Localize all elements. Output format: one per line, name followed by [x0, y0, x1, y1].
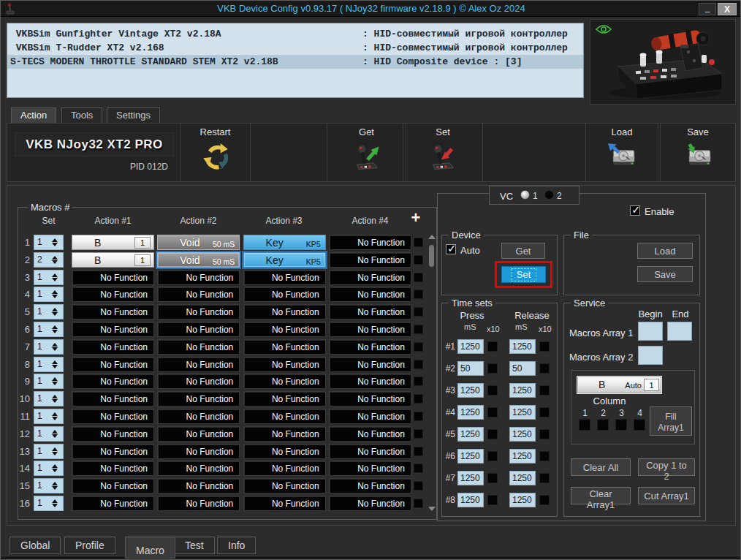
- action-button[interactable]: No Function: [72, 287, 154, 302]
- spinner-down-icon[interactable]: [52, 469, 58, 472]
- scroll-up-icon[interactable]: [428, 235, 436, 239]
- action-button[interactable]: No Function: [329, 357, 411, 372]
- macro-set-spinner[interactable]: 1: [34, 287, 64, 302]
- action-button[interactable]: No Function: [243, 461, 326, 476]
- spinner-up-icon[interactable]: [52, 430, 58, 434]
- macro-set-spinner[interactable]: 1: [34, 391, 64, 406]
- release-x10-checkbox[interactable]: [539, 385, 550, 396]
- action-button[interactable]: KeyKP5: [243, 235, 326, 250]
- spinner-up-icon[interactable]: [52, 377, 58, 381]
- macro-row-checkbox[interactable]: [414, 412, 423, 421]
- macro-type-widget[interactable]: B Auto 1: [577, 377, 661, 393]
- action-button[interactable]: No Function: [72, 339, 154, 355]
- press-ms-input[interactable]: 1250: [457, 427, 484, 442]
- action-button[interactable]: No Function: [157, 461, 240, 476]
- scroll-down-icon[interactable]: [428, 507, 436, 511]
- release-ms-input[interactable]: 50: [509, 361, 536, 376]
- macro-row-checkbox[interactable]: [414, 307, 423, 317]
- macro-row-checkbox[interactable]: [414, 290, 423, 299]
- action-button[interactable]: No Function: [157, 391, 240, 406]
- device-listbox[interactable]: VKBSim Gunfighter Vintage XT2 v2.18A: HI…: [7, 23, 584, 98]
- macro-set-spinner[interactable]: 1: [34, 426, 64, 442]
- spinner-down-icon[interactable]: [52, 312, 58, 316]
- action-button[interactable]: KeyKP5: [243, 252, 326, 268]
- action-button[interactable]: No Function: [243, 444, 326, 459]
- macro-row-checkbox[interactable]: [414, 429, 423, 439]
- macro-row-checkbox[interactable]: [414, 325, 423, 334]
- macro-set-spinner[interactable]: 1: [34, 461, 64, 476]
- spinner-up-icon[interactable]: [52, 290, 58, 294]
- spinner-down-icon[interactable]: [52, 504, 58, 507]
- spinner-down-icon[interactable]: [52, 260, 58, 264]
- action-button[interactable]: No Function: [72, 270, 154, 285]
- spinner-down-icon[interactable]: [52, 243, 58, 246]
- action-button[interactable]: No Function: [329, 426, 411, 442]
- spinner-up-icon[interactable]: [52, 464, 58, 468]
- spinner-down-icon[interactable]: [52, 399, 58, 403]
- action-button[interactable]: No Function: [157, 478, 240, 493]
- array2-begin-input[interactable]: [638, 346, 663, 365]
- spinner-down-icon[interactable]: [52, 330, 58, 333]
- action-button[interactable]: No Function: [157, 322, 240, 337]
- action-button[interactable]: No Function: [72, 322, 154, 337]
- get-button[interactable]: Get: [327, 124, 406, 181]
- tab-action[interactable]: Action: [11, 107, 56, 124]
- tab-macro[interactable]: Macro: [125, 537, 175, 559]
- action-button[interactable]: No Function: [72, 409, 154, 424]
- action-button[interactable]: No Function: [157, 304, 240, 319]
- spinner-up-icon[interactable]: [52, 499, 58, 503]
- action-button[interactable]: Void50 mS: [157, 252, 240, 268]
- action-button[interactable]: No Function: [329, 270, 411, 285]
- action-button[interactable]: No Function: [157, 409, 240, 424]
- action-button[interactable]: No Function: [329, 235, 411, 250]
- action-button[interactable]: No Function: [329, 391, 411, 406]
- close-button[interactable]: X: [718, 3, 737, 15]
- action-button[interactable]: No Function: [72, 444, 154, 459]
- save-button[interactable]: Save: [660, 124, 735, 181]
- spinner-up-icon[interactable]: [52, 447, 58, 451]
- macro-row-checkbox[interactable]: [414, 342, 423, 352]
- device-row-3[interactable]: S-TECS MODERN THROTTLE STANDARD STEM XT2…: [7, 55, 583, 69]
- action-button[interactable]: No Function: [329, 287, 411, 302]
- spinner-up-icon[interactable]: [52, 325, 58, 329]
- action-button[interactable]: No Function: [157, 444, 240, 459]
- action-button[interactable]: No Function: [243, 304, 326, 319]
- press-x10-checkbox[interactable]: [487, 495, 498, 505]
- action-button[interactable]: No Function: [72, 461, 154, 476]
- action-button[interactable]: B1: [72, 252, 154, 268]
- action-button[interactable]: No Function: [329, 339, 411, 355]
- spinner-up-icon[interactable]: [52, 308, 58, 311]
- tab-settings[interactable]: Settings: [107, 107, 160, 123]
- press-x10-checkbox[interactable]: [487, 341, 498, 352]
- action-button[interactable]: No Function: [157, 270, 240, 285]
- macro-row-checkbox[interactable]: [414, 360, 423, 369]
- action-button[interactable]: No Function: [72, 496, 154, 511]
- device-row-1[interactable]: VKBSim Gunfighter Vintage XT2 v2.18A: HI…: [7, 27, 583, 41]
- scrollbar-thumb[interactable]: [429, 245, 434, 267]
- spinner-down-icon[interactable]: [52, 295, 58, 298]
- macro-set-spinner[interactable]: 1: [34, 235, 64, 250]
- release-ms-input[interactable]: 1250: [509, 449, 536, 463]
- copy-1-to-2-button[interactable]: Copy 1 to 2: [638, 458, 695, 476]
- action-button[interactable]: No Function: [157, 374, 240, 389]
- macro-set-spinner[interactable]: 1: [34, 496, 64, 511]
- release-x10-checkbox[interactable]: [539, 429, 550, 439]
- press-ms-input[interactable]: 1250: [457, 405, 484, 420]
- macro-set-spinner[interactable]: 1: [34, 444, 64, 459]
- action-button[interactable]: No Function: [329, 461, 411, 476]
- macro-set-spinner[interactable]: 1: [34, 409, 64, 424]
- release-x10-checkbox[interactable]: [539, 495, 550, 505]
- device-set-button[interactable]: Set: [501, 266, 546, 283]
- action-button[interactable]: No Function: [157, 496, 240, 511]
- press-x10-checkbox[interactable]: [487, 429, 498, 439]
- macro-set-spinner[interactable]: 2: [34, 252, 64, 268]
- spinner-up-icon[interactable]: [52, 343, 58, 347]
- press-x10-checkbox[interactable]: [487, 407, 498, 417]
- action-button[interactable]: No Function: [72, 426, 154, 442]
- enable-checkbox[interactable]: [630, 205, 640, 216]
- release-x10-checkbox[interactable]: [539, 473, 550, 483]
- action-button[interactable]: No Function: [329, 496, 411, 511]
- action-button[interactable]: No Function: [243, 357, 326, 372]
- action-button[interactable]: No Function: [243, 270, 326, 285]
- macro-set-spinner[interactable]: 1: [34, 270, 64, 285]
